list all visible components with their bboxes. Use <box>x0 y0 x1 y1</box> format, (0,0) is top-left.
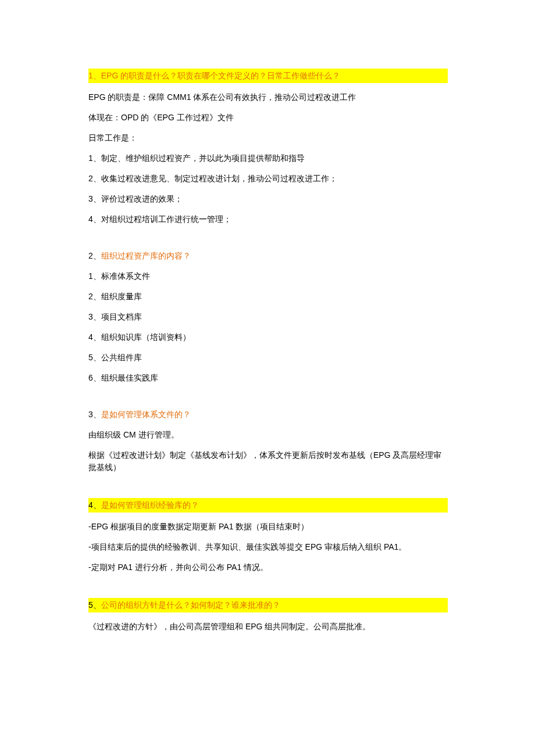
q1-item-4: 4、对组织过程培训工作进行统一管理； <box>88 213 448 225</box>
gap <box>88 482 448 498</box>
q1-item-2: 2、收集过程改进意见、制定过程改进计划，推动公司过程改进工作； <box>88 173 448 185</box>
q2-item-6: 6、组织最佳实践库 <box>88 372 448 384</box>
q1-para-1: EPG 的职责是：保障 CMM1 体系在公司有效执行，推动公司过程改进工作 <box>88 91 448 103</box>
q3-num: 3、 <box>88 410 101 419</box>
q2-item-3: 3、项目文档库 <box>88 311 448 323</box>
gap <box>88 582 448 598</box>
q5-num: 5、 <box>88 600 101 610</box>
q2-item-4: 4、组织知识库（培训资料） <box>88 331 448 343</box>
gap <box>88 234 448 250</box>
q3-heading: 3、是如何管理体系文件的？ <box>88 409 448 421</box>
q2-item-2: 2、组织度量库 <box>88 291 448 303</box>
q1-item-3: 3、评价过程改进的效果； <box>88 193 448 205</box>
gap <box>88 392 448 409</box>
q1-para-2: 体现在：OPD 的《EPG 工作过程》文件 <box>88 112 448 124</box>
q2-num: 2、 <box>88 251 101 260</box>
q2-heading: 2、组织过程资产库的内容？ <box>88 250 448 262</box>
document-page: 1、EPG 的职责是什么？职责在哪个文件定义的？日常工作做些什么？ EPG 的职… <box>0 0 535 756</box>
q1-para-3: 日常工作是： <box>88 132 448 144</box>
q2-title: 组织过程资产库的内容？ <box>101 251 191 260</box>
q5-title: 公司的组织方针是什么？如何制定？谁来批准的？ <box>101 600 280 610</box>
q3-para-1: 由组织级 CM 进行管理。 <box>88 429 448 441</box>
q4-para-1: -EPG 根据项目的度量数据定期更新 PA1 数据（项目结束时） <box>88 521 448 533</box>
q1-item-1: 1、制定、维护组织过程资产，并以此为项目提供帮助和指导 <box>88 152 448 164</box>
q4-heading: 4、是如何管理组织经验库的？ <box>88 498 448 513</box>
q3-para-2: 根据《过程改进计划》制定《基线发布计划》，体系文件更新后按时发布基线（EPG 及… <box>88 449 448 474</box>
q5-para-1: 《过程改进的方针》，由公司高层管理组和 EPG 组共同制定。公司高层批准。 <box>88 621 448 633</box>
q4-title: 是如何管理组织经验库的？ <box>101 500 199 510</box>
q2-item-5: 5、公共组件库 <box>88 352 448 364</box>
q2-item-1: 1、标准体系文件 <box>88 270 448 282</box>
q3-title: 是如何管理体系文件的？ <box>101 410 191 419</box>
q4-para-2: -项目结束后的提供的经验教训、共享知识、最佳实践等提交 EPG 审核后纳入组织 … <box>88 541 448 553</box>
q4-para-3: -定期对 PA1 进行分析，并向公司公布 PA1 情况。 <box>88 561 448 574</box>
q5-heading: 5、公司的组织方针是什么？如何制定？谁来批准的？ <box>88 598 448 612</box>
q4-num: 4、 <box>88 500 101 510</box>
q1-heading: 1、EPG 的职责是什么？职责在哪个文件定义的？日常工作做些什么？ <box>88 69 448 83</box>
